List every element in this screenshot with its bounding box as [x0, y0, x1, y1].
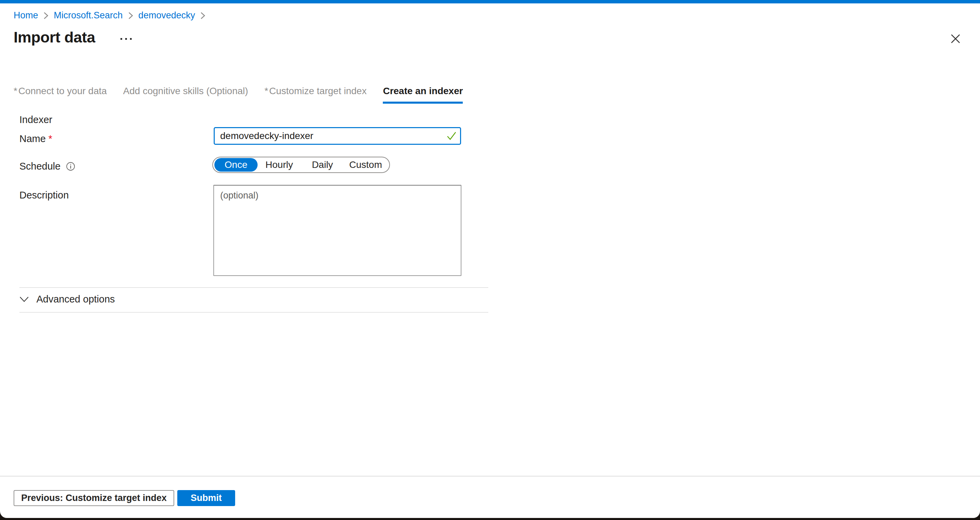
info-icon[interactable]	[66, 162, 75, 171]
tab-label: Add cognitive skills (Optional)	[123, 86, 248, 96]
submit-button[interactable]: Submit	[177, 490, 235, 506]
schedule-option-daily[interactable]: Daily	[301, 158, 344, 172]
chevron-right-icon	[43, 11, 48, 20]
close-icon[interactable]	[947, 30, 964, 48]
previous-button[interactable]: Previous: Customize target index	[14, 490, 174, 506]
tab-label: Connect to your data	[18, 86, 107, 96]
section-label-indexer: Indexer	[19, 114, 52, 125]
more-options-icon[interactable]	[119, 37, 133, 41]
schedule-option-custom[interactable]: Custom	[344, 158, 387, 172]
breadcrumb-link-home[interactable]: Home	[14, 10, 38, 21]
schedule-toggle: Once Hourly Daily Custom	[212, 157, 390, 173]
tab-required-marker: *	[264, 86, 268, 96]
breadcrumb-link-microsoft-search[interactable]: Microsoft.Search	[54, 10, 123, 21]
screen: Home Microsoft.Search demovedecky Import…	[0, 0, 980, 520]
name-input[interactable]	[214, 127, 461, 145]
breadcrumb: Home Microsoft.Search demovedecky	[14, 10, 205, 21]
tab-label: Create an indexer	[383, 86, 463, 96]
tab-create-an-indexer[interactable]: Create an indexer	[383, 86, 463, 104]
validation-check-icon	[447, 132, 456, 142]
description-textarea[interactable]	[213, 185, 461, 276]
advanced-options-toggle[interactable]: Advanced options	[19, 294, 115, 305]
footer-divider	[0, 476, 980, 477]
tab-label: Customize target index	[269, 86, 366, 96]
tab-customize-target-index[interactable]: *Customize target index	[264, 86, 366, 104]
divider	[19, 312, 488, 313]
schedule-option-hourly[interactable]: Hourly	[258, 158, 301, 172]
breadcrumb-link-demovedecky[interactable]: demovedecky	[138, 10, 195, 21]
name-label: Name*	[19, 133, 52, 144]
tab-required-marker: *	[14, 86, 18, 96]
schedule-option-once[interactable]: Once	[215, 158, 258, 172]
required-asterisk: *	[48, 133, 52, 144]
advanced-options-label: Advanced options	[37, 294, 115, 305]
tab-connect-to-your-data[interactable]: *Connect to your data	[14, 86, 107, 104]
wizard-tabs: *Connect to your data Add cognitive skil…	[14, 86, 463, 104]
tab-add-cognitive-skills[interactable]: Add cognitive skills (Optional)	[123, 86, 248, 104]
schedule-label: Schedule	[19, 161, 60, 172]
description-label: Description	[19, 190, 69, 201]
import-data-blade: Home Microsoft.Search demovedecky Import…	[0, 0, 980, 518]
chevron-right-icon	[200, 11, 205, 20]
divider	[19, 287, 488, 288]
schedule-label-row: Schedule	[19, 161, 75, 172]
name-input-wrap	[214, 127, 461, 145]
chevron-right-icon	[128, 11, 133, 20]
page-title: Import data	[14, 29, 95, 46]
chevron-down-icon	[19, 296, 29, 303]
portal-top-accent-bar	[0, 0, 980, 3]
